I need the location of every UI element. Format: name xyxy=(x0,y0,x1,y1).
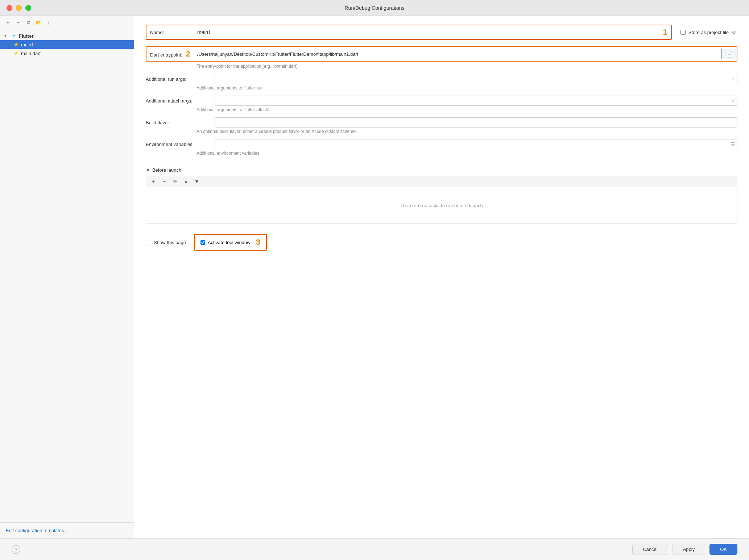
show-page-checkbox[interactable] xyxy=(146,240,151,245)
sidebar-footer: Edit configuration templates... xyxy=(0,522,134,538)
before-launch-section: ▼ Before launch xyxy=(146,167,737,173)
browse-button[interactable]: 📄 xyxy=(721,49,737,59)
apply-button[interactable]: Apply xyxy=(673,544,705,555)
badge-3: 3 xyxy=(256,238,260,247)
dart-icon: ⚡ xyxy=(13,50,19,56)
dart-entrypoint-input[interactable] xyxy=(197,51,721,57)
dart-entrypoint-label: Dart entrypoint: 2 xyxy=(150,49,197,59)
run-args-input[interactable] xyxy=(215,74,737,84)
help-button[interactable]: ? xyxy=(12,545,20,554)
remove-config-button[interactable]: − xyxy=(15,19,22,26)
ok-button[interactable]: OK xyxy=(709,544,737,555)
sidebar-item-flutter[interactable]: ▾ ✦ Flutter xyxy=(0,32,134,40)
config-tree: ▾ ✦ Flutter ⚡ main1 ⚡ main.dart xyxy=(0,29,134,522)
sidebar-item-main1[interactable]: ⚡ main1 xyxy=(0,40,134,49)
remove-task-button[interactable]: − xyxy=(161,178,168,185)
window-title: Run/Debug Configurations xyxy=(345,5,405,11)
bottom-bar: ? Cancel Apply OK xyxy=(0,538,749,560)
store-project-label: Store as project file xyxy=(688,30,729,35)
cancel-button[interactable]: Cancel xyxy=(632,544,668,555)
close-button[interactable] xyxy=(7,5,12,11)
move-up-button[interactable]: ▲ xyxy=(182,178,190,185)
sort-button[interactable]: ↕ xyxy=(45,19,52,26)
show-page-item: Show this page xyxy=(146,240,186,245)
sidebar-item-main1-label: main1 xyxy=(21,42,34,47)
attach-args-hint: Additional arguments to 'flutter attach'… xyxy=(196,107,737,112)
build-flavor-label: Build flavor: xyxy=(146,120,215,125)
env-vars-hint: Additional environment variables. xyxy=(196,151,737,156)
env-vars-input[interactable] xyxy=(215,139,737,149)
store-project-checkbox[interactable] xyxy=(680,30,686,35)
attach-args-input[interactable] xyxy=(215,96,737,106)
sidebar: + − ⧉ 📂 ↕ ▾ ✦ Flutter ⚡ main1 ⚡ main.dar… xyxy=(0,16,134,538)
dialog-buttons: Cancel Apply OK xyxy=(632,544,737,555)
edit-templates-link[interactable]: Edit configuration templates... xyxy=(6,528,68,533)
dart-entrypoint-box: Dart entrypoint: 2 📄 xyxy=(146,46,737,62)
badge-2: 2 xyxy=(186,49,190,58)
build-flavor-input[interactable] xyxy=(215,117,737,128)
sidebar-toolbar: + − ⧉ 📂 ↕ xyxy=(0,16,134,29)
env-vars-row: Environment variables: ☰ xyxy=(146,139,737,149)
expand-icon[interactable]: ⤢ xyxy=(732,76,735,82)
env-vars-wrapper: ☰ xyxy=(215,139,737,149)
minimize-button[interactable] xyxy=(16,5,22,11)
add-config-button[interactable]: + xyxy=(4,19,12,26)
config-panel: Name: 1 Store as project file ⚙ Dart ent… xyxy=(134,16,749,538)
badge-1: 1 xyxy=(663,28,667,37)
attach-args-row: Additional attach args: ⤢ xyxy=(146,96,737,106)
sidebar-item-maindart[interactable]: ⚡ main.dart xyxy=(0,49,134,58)
store-project-section: Store as project file ⚙ xyxy=(680,29,737,35)
activate-tool-label: Activate tool window xyxy=(208,240,251,245)
collapse-icon[interactable]: ▼ xyxy=(146,168,150,173)
dart-entrypoint-hint: The entry-point for the application (e.g… xyxy=(196,64,737,69)
attach-args-wrapper: ⤢ xyxy=(215,96,737,106)
edit-task-button[interactable]: ✏ xyxy=(171,178,179,185)
show-page-label: Show this page xyxy=(154,240,186,245)
gear-icon[interactable]: ⚙ xyxy=(732,29,737,35)
env-vars-label: Environment variables: xyxy=(146,142,215,147)
folder-button[interactable]: 📂 xyxy=(35,19,42,26)
maximize-button[interactable] xyxy=(25,5,31,11)
run-args-hint: Additional arguments to 'flutter run'. xyxy=(196,85,737,91)
window-controls[interactable] xyxy=(7,5,31,11)
before-launch-empty-message: There are no tasks to run before launch xyxy=(146,187,737,223)
title-bar: Run/Debug Configurations xyxy=(0,0,749,16)
run-args-wrapper: ⤢ xyxy=(215,74,737,84)
activate-tool-checkbox[interactable] xyxy=(200,240,205,245)
before-launch-title: Before launch xyxy=(152,167,181,173)
copy-config-button[interactable]: ⧉ xyxy=(25,19,32,26)
name-field-box: Name: 1 xyxy=(146,25,672,40)
move-down-button[interactable]: ▼ xyxy=(193,178,200,185)
add-task-button[interactable]: + xyxy=(150,178,157,185)
flutter-icon: ✦ xyxy=(11,33,17,39)
name-input[interactable] xyxy=(197,29,661,35)
attach-args-label: Additional attach args: xyxy=(146,98,215,104)
run-args-row: Additional run args: ⤢ xyxy=(146,74,737,84)
activate-tool-box: Activate tool window 3 xyxy=(194,234,267,251)
bottom-options: Show this page Activate tool window 3 xyxy=(146,234,737,251)
env-expand-icon[interactable]: ☰ xyxy=(731,141,735,147)
build-flavor-wrapper xyxy=(215,117,737,128)
main-content: + − ⧉ 📂 ↕ ▾ ✦ Flutter ⚡ main1 ⚡ main.dar… xyxy=(0,16,749,538)
name-label: Name: xyxy=(150,30,197,35)
flutter-config-icon: ⚡ xyxy=(13,42,19,47)
chevron-down-icon: ▾ xyxy=(4,34,9,38)
build-flavor-hint: An optional build flavor; either a Gradl… xyxy=(196,129,737,134)
expand-icon-2[interactable]: ⤢ xyxy=(732,98,735,103)
sidebar-item-maindart-label: main.dart xyxy=(21,51,41,56)
build-flavor-row: Build flavor: xyxy=(146,117,737,128)
before-launch-panel: + − ✏ ▲ ▼ There are no tasks to run befo… xyxy=(146,176,737,224)
before-launch-toolbar: + − ✏ ▲ ▼ xyxy=(146,176,737,187)
run-args-label: Additional run args: xyxy=(146,76,215,82)
flutter-group-label: Flutter xyxy=(19,33,33,39)
